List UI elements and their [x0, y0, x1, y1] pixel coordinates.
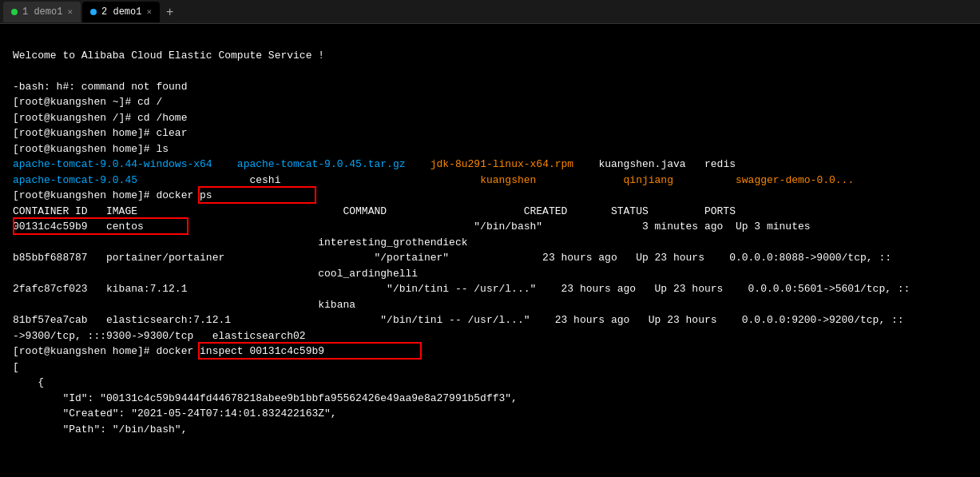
highlight-docker-ps — [198, 186, 316, 204]
created-line: "Created": "2021-05-24T07:14:01.83242216… — [13, 406, 967, 422]
ls-output-1: apache-tomcat-9.0.44-windows-x64 apache-… — [13, 157, 967, 173]
tab-1-label: 1 demo1 — [22, 6, 62, 18]
docker-row2b: cool_ardinghelli — [13, 266, 967, 282]
tab-2-close[interactable]: ✕ — [146, 6, 152, 17]
docker-ps-wrapper: [root@kuangshen home]# docker ps — [13, 188, 212, 204]
terminal: Welcome to Alibaba Cloud Elastic Compute… — [0, 24, 980, 477]
welcome-text: Welcome to Alibaba Cloud Elastic Compute… — [13, 48, 967, 64]
cmd-cd-home: [root@kuangshen /]# cd /home — [13, 110, 967, 126]
bash-error: -bash: h#: command not found — [13, 79, 967, 95]
docker-row2: b85bbf688787 portainer/portainer "/porta… — [13, 250, 967, 266]
cmd-ls: [root@kuangshen home]# ls — [13, 141, 967, 157]
docker-ps-header: CONTAINER ID IMAGE COMMAND CREATED STATU… — [13, 204, 967, 220]
id-line: "Id": "00131c4c59b9444fd44678218abee9b1b… — [13, 391, 967, 407]
cmd-cd-root: [root@kuangshen ~]# cd / — [13, 94, 967, 110]
tab-bar: 1 demo1 ✕ 2 demo1 ✕ + — [0, 0, 980, 24]
docker-row1b: interesting_grothendieck — [13, 235, 967, 251]
tab-1-close[interactable]: ✕ — [67, 6, 73, 17]
tab-1-dot — [11, 9, 18, 15]
cmd-docker-inspect: [root@kuangshen home]# docker inspect 00… — [13, 344, 324, 360]
path-line: "Path": "/bin/bash", — [13, 422, 967, 438]
ls-output-2: apache-tomcat-9.0.45 ceshi kuangshen qin… — [13, 173, 967, 189]
tab-1[interactable]: 1 demo1 ✕ — [3, 2, 81, 22]
docker-row1-wrapper: 00131c4c59b9 centos "/bin/bash" 3 minute… — [13, 219, 967, 235]
docker-row1: 00131c4c59b9 centos "/bin/bash" 3 minute… — [13, 219, 967, 235]
cmd-clear: [root@kuangshen home]# clear — [13, 125, 967, 141]
welcome-line — [13, 32, 967, 48]
docker-row4b: ->9300/tcp, :::9300->9300/tcp elasticsea… — [13, 328, 967, 344]
docker-row4: 81bf57ea7cab elasticsearch:7.12.1 "/bin/… — [13, 312, 967, 328]
cmd-docker-ps: [root@kuangshen home]# docker ps — [13, 188, 212, 204]
docker-row3: 2fafc87cf023 kibana:7.12.1 "/bin/tini --… — [13, 281, 967, 297]
tab-2[interactable]: 2 demo1 ✕ — [82, 2, 160, 22]
add-tab-button[interactable]: + — [161, 2, 178, 22]
docker-inspect-wrapper: [root@kuangshen home]# docker inspect 00… — [13, 344, 324, 360]
bracket-open: [ — [13, 360, 967, 376]
tab-2-label: 2 demo1 — [101, 6, 141, 18]
brace-open: { — [13, 375, 967, 391]
docker-row3b: kibana — [13, 297, 967, 313]
blank-1 — [13, 63, 967, 79]
tab-2-dot — [90, 9, 97, 15]
